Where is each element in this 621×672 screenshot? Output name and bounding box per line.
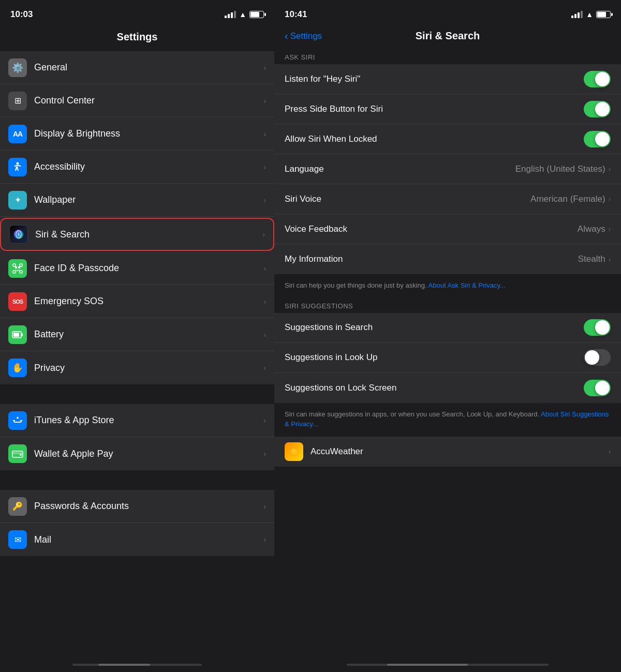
right-scroll-bar xyxy=(274,658,621,672)
settings-item-faceid[interactable]: Face ID & Passcode › xyxy=(0,252,274,285)
accessibility-label: Accessibility xyxy=(34,161,263,172)
myinfo-value: Stealth xyxy=(578,254,605,264)
display-icon: AA xyxy=(8,125,27,143)
svg-rect-12 xyxy=(22,333,23,336)
suggestions-search-label: Suggestions in Search xyxy=(285,322,584,333)
suggestions-info: Siri can make suggestions in apps, or wh… xyxy=(274,404,621,437)
section-gap-2 xyxy=(0,471,274,490)
feedback-item[interactable]: Voice Feedback Always › xyxy=(274,214,621,244)
suggestions-lock-toggle[interactable] xyxy=(584,380,611,396)
wallet-label: Wallet & Apple Pay xyxy=(34,449,263,459)
suggestions-lookup-toggle[interactable] xyxy=(584,349,611,366)
appstore-icon xyxy=(8,411,27,430)
language-value: English (United States) xyxy=(515,164,605,174)
left-panel: 10:03 ▲ Settings ⚙️ General › xyxy=(0,0,274,672)
left-status-bar: 10:03 ▲ xyxy=(0,0,274,26)
right-status-bar: 10:41 ▲ xyxy=(274,0,621,26)
wallpaper-icon: ✦ xyxy=(8,191,27,210)
suggestions-section: Suggestions in Search Suggestions in Loo… xyxy=(274,313,621,403)
feedback-chevron: › xyxy=(609,225,611,233)
settings-item-accessibility[interactable]: Accessibility › xyxy=(0,151,274,184)
wallpaper-chevron: › xyxy=(263,196,266,204)
siri-icon xyxy=(9,225,28,244)
settings-list: ⚙️ General › ⊞ Control Center › AA Displ… xyxy=(0,51,274,658)
svg-point-3 xyxy=(18,232,20,236)
myinfo-label: My Information xyxy=(285,254,578,264)
svg-rect-11 xyxy=(13,333,19,337)
accessibility-icon xyxy=(8,158,27,176)
hey-siri-item[interactable]: Listen for "Hey Siri" xyxy=(274,64,621,94)
side-button-toggle[interactable] xyxy=(584,101,611,117)
back-label: Settings xyxy=(290,31,322,41)
locked-toggle[interactable] xyxy=(584,131,611,147)
accuweather-item[interactable]: ☀️ AccuWeather › xyxy=(274,437,621,467)
language-item[interactable]: Language English (United States) › xyxy=(274,154,621,184)
ask-siri-info: Siri can help you get things done just b… xyxy=(274,275,621,298)
settings-item-privacy[interactable]: ✋ Privacy › xyxy=(0,351,274,384)
settings-item-battery[interactable]: Battery › xyxy=(0,318,274,351)
suggestions-lookup-item[interactable]: Suggestions in Look Up xyxy=(274,343,621,373)
settings-group-1: ⚙️ General › ⊞ Control Center › AA Displ… xyxy=(0,51,274,384)
suggestions-lookup-label: Suggestions in Look Up xyxy=(285,352,584,363)
settings-item-wallpaper[interactable]: ✦ Wallpaper › xyxy=(0,184,274,217)
feedback-label: Voice Feedback xyxy=(285,224,578,234)
settings-item-sos[interactable]: SOS Emergency SOS › xyxy=(0,285,274,318)
app-section: ☀️ AccuWeather › xyxy=(274,437,621,467)
svg-point-8 xyxy=(16,266,17,268)
voice-value: American (Female) xyxy=(530,194,605,204)
right-nav: ‹ Settings Siri & Search xyxy=(274,26,621,49)
mail-icon: ✉ xyxy=(8,530,27,549)
suggestions-lock-item[interactable]: Suggestions on Lock Screen xyxy=(274,373,621,403)
privacy-chevron: › xyxy=(263,364,266,372)
battery-icon-item xyxy=(8,325,27,344)
accuweather-chevron: › xyxy=(609,447,611,455)
wallet-icon xyxy=(8,444,27,463)
settings-item-general[interactable]: ⚙️ General › xyxy=(0,51,274,84)
suggestions-search-item[interactable]: Suggestions in Search xyxy=(274,313,621,343)
right-status-icons: ▲ xyxy=(571,10,611,19)
settings-group-3: 🔑 Passwords & Accounts › ✉ Mail › xyxy=(0,490,274,556)
svg-rect-4 xyxy=(13,264,16,266)
back-chevron-icon: ‹ xyxy=(285,30,288,42)
settings-item-control-center[interactable]: ⊞ Control Center › xyxy=(0,84,274,117)
settings-item-appstore[interactable]: iTunes & App Store › xyxy=(0,404,274,437)
right-wifi-icon: ▲ xyxy=(586,10,593,19)
settings-item-display[interactable]: AA Display & Brightness › xyxy=(0,117,274,151)
locked-item[interactable]: Allow Siri When Locked xyxy=(274,124,621,154)
side-button-label: Press Side Button for Siri xyxy=(285,104,584,114)
myinfo-chevron: › xyxy=(609,256,611,263)
display-label: Display & Brightness xyxy=(34,128,263,139)
myinfo-item[interactable]: My Information Stealth › xyxy=(274,244,621,274)
ask-siri-link[interactable]: About Ask Siri & Privacy... xyxy=(428,281,506,289)
back-button[interactable]: ‹ Settings xyxy=(285,30,322,42)
privacy-label: Privacy xyxy=(34,363,263,374)
battery-chevron: › xyxy=(263,331,266,339)
suggestions-search-toggle[interactable] xyxy=(584,319,611,336)
left-nav-header: Settings xyxy=(0,26,274,51)
passwords-label: Passwords & Accounts xyxy=(34,501,263,512)
sos-icon: SOS xyxy=(8,292,27,311)
appstore-chevron: › xyxy=(263,416,266,425)
faceid-chevron: › xyxy=(263,264,266,273)
svg-point-0 xyxy=(17,162,19,165)
siri-chevron: › xyxy=(262,230,265,238)
svg-point-15 xyxy=(20,454,22,456)
hey-siri-toggle[interactable] xyxy=(584,71,611,87)
right-content: ASK SIRI Listen for "Hey Siri" Press Sid… xyxy=(274,49,621,658)
right-scroll-indicator xyxy=(347,664,549,666)
settings-item-siri[interactable]: Siri & Search › xyxy=(0,218,274,251)
left-scroll-bar xyxy=(0,658,274,672)
settings-item-wallet[interactable]: Wallet & Apple Pay › xyxy=(0,437,274,470)
accessibility-chevron: › xyxy=(263,163,266,171)
privacy-icon: ✋ xyxy=(8,359,27,377)
voice-chevron: › xyxy=(609,195,611,203)
voice-item[interactable]: Siri Voice American (Female) › xyxy=(274,184,621,214)
side-button-item[interactable]: Press Side Button for Siri xyxy=(274,94,621,124)
right-signal-icon xyxy=(571,11,583,18)
faceid-label: Face ID & Passcode xyxy=(34,263,263,274)
suggestions-header: SIRI SUGGESTIONS xyxy=(274,298,621,313)
general-label: General xyxy=(34,62,263,73)
settings-item-mail[interactable]: ✉ Mail › xyxy=(0,523,274,556)
control-center-chevron: › xyxy=(263,97,266,105)
settings-item-passwords[interactable]: 🔑 Passwords & Accounts › xyxy=(0,490,274,523)
